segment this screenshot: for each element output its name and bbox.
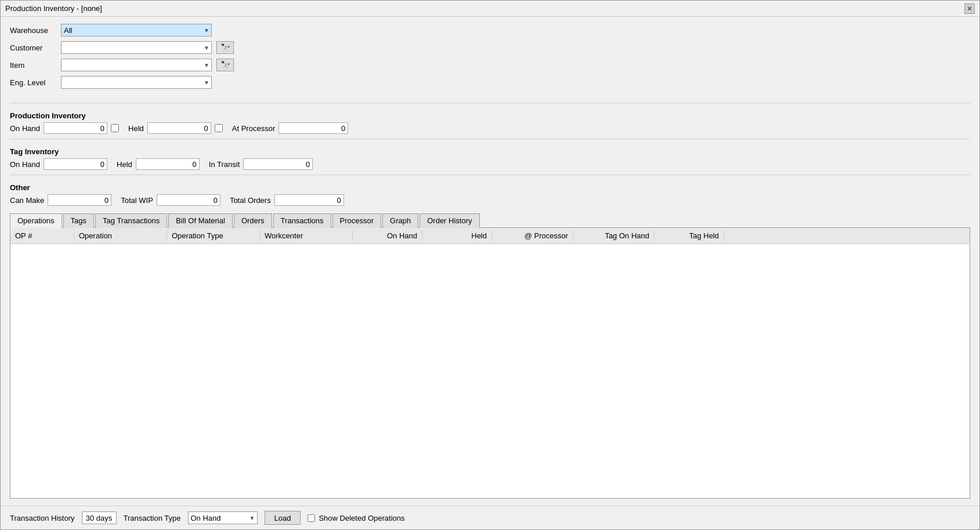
item-row: Item ▼ 🔭 <box>10 59 970 71</box>
prod-on-hand-input[interactable]: 0 <box>44 122 107 134</box>
tabs-area: Operations Tags Tag Transactions Bill Of… <box>10 213 970 499</box>
main-window: Production Inventory - [none] ✕ Warehous… <box>0 0 980 530</box>
tab-bill-of-material[interactable]: Bill Of Material <box>168 213 233 228</box>
table-body <box>10 244 970 406</box>
tag-held-field: Held 0 <box>117 158 200 170</box>
customer-select[interactable] <box>61 41 212 54</box>
tag-in-transit-input[interactable]: 0 <box>243 158 313 170</box>
tag-inventory-section: Tag Inventory On Hand 0 Held 0 In Transi… <box>10 143 970 170</box>
customer-label: Customer <box>10 43 56 52</box>
tab-transactions[interactable]: Transactions <box>273 213 331 228</box>
prod-on-hand-field: On Hand 0 <box>10 122 119 134</box>
show-deleted-label: Show Deleted Operations <box>319 514 404 522</box>
transaction-type-label: Transaction Type <box>124 514 181 522</box>
days-input[interactable]: 30 days <box>82 511 117 524</box>
eng-level-select-wrapper: ▼ <box>61 76 212 89</box>
tag-on-hand-input[interactable]: 0 <box>44 158 107 170</box>
col-header-held: Held <box>422 230 492 241</box>
divider-1 <box>10 103 970 103</box>
table-header: OP # Operation Operation Type Workcenter… <box>10 228 970 244</box>
tag-inventory-header: Tag Inventory <box>10 147 970 156</box>
tag-in-transit-label: In Transit <box>209 160 240 169</box>
item-select-wrapper: ▼ <box>61 59 212 71</box>
divider-3 <box>10 175 970 175</box>
col-header-tag-held: Tag Held <box>654 230 724 241</box>
tab-panel-operations: OP # Operation Operation Type Workcenter… <box>10 228 970 499</box>
item-select[interactable] <box>61 59 212 71</box>
divider-2 <box>10 139 970 139</box>
eng-level-select[interactable] <box>61 76 212 89</box>
production-inventory-header: Production Inventory <box>10 111 970 120</box>
can-make-label: Can Make <box>10 196 44 205</box>
item-search-button[interactable]: 🔭 <box>216 59 234 71</box>
bottom-bar: Transaction History 30 days Transaction … <box>1 506 979 529</box>
prod-at-processor-input[interactable]: 0 <box>279 122 348 134</box>
production-inventory-row: On Hand 0 Held 0 At Processor 0 <box>10 122 970 134</box>
tab-operations[interactable]: Operations <box>10 213 62 228</box>
warehouse-label: Warehouse <box>10 26 56 35</box>
tag-inventory-row: On Hand 0 Held 0 In Transit 0 <box>10 158 970 170</box>
prod-at-processor-label: At Processor <box>232 124 275 133</box>
customer-select-wrapper: ▼ <box>61 41 212 54</box>
form-section: Warehouse All ▼ Customer ▼ 🔭 <box>10 24 970 89</box>
tag-on-hand-field: On Hand 0 <box>10 158 107 170</box>
can-make-field: Can Make 0 <box>10 194 111 206</box>
tag-held-input[interactable]: 0 <box>136 158 200 170</box>
total-orders-label: Total Orders <box>230 196 271 205</box>
tab-tags[interactable]: Tags <box>63 213 94 228</box>
title-bar: Production Inventory - [none] ✕ <box>1 1 979 17</box>
transaction-type-select[interactable]: On Hand <box>188 511 258 524</box>
transaction-history-label: Transaction History <box>10 514 75 522</box>
production-inventory-section: Production Inventory On Hand 0 Held 0 At… <box>10 107 970 134</box>
prod-at-processor-field: At Processor 0 <box>232 122 348 134</box>
prod-held-label: Held <box>128 124 144 133</box>
load-button[interactable]: Load <box>265 511 301 525</box>
total-wip-field: Total WIP 0 <box>121 194 220 206</box>
tag-on-hand-label: On Hand <box>10 160 40 169</box>
total-orders-input[interactable]: 0 <box>274 194 344 206</box>
col-header-on-hand: On Hand <box>353 230 422 241</box>
other-header: Other <box>10 183 970 192</box>
tab-order-history[interactable]: Order History <box>420 213 479 228</box>
eng-level-label: Eng. Level <box>10 78 56 87</box>
col-header-op-num: OP # <box>10 230 74 241</box>
main-content: Warehouse All ▼ Customer ▼ 🔭 <box>1 17 979 506</box>
col-header-workcenter: Workcenter <box>260 230 353 241</box>
show-deleted-checkbox[interactable] <box>308 514 315 522</box>
prod-on-hand-checkbox[interactable] <box>111 124 119 132</box>
tab-graph[interactable]: Graph <box>382 213 418 228</box>
warehouse-select[interactable]: All <box>61 24 212 37</box>
can-make-input[interactable]: 0 <box>48 194 111 206</box>
warehouse-select-wrapper: All ▼ <box>61 24 212 37</box>
total-wip-label: Total WIP <box>121 196 153 205</box>
total-wip-input[interactable]: 0 <box>157 194 220 206</box>
other-section: Other Can Make 0 Total WIP 0 Total Order… <box>10 179 970 206</box>
prod-held-field: Held 0 <box>128 122 223 134</box>
col-header-tag-on-hand: Tag On Hand <box>573 230 654 241</box>
other-row: Can Make 0 Total WIP 0 Total Orders 0 <box>10 194 970 206</box>
warehouse-row: Warehouse All ▼ <box>10 24 970 37</box>
window-title: Production Inventory - [none] <box>5 4 102 13</box>
total-orders-field: Total Orders 0 <box>230 194 344 206</box>
prod-held-checkbox[interactable] <box>215 124 223 132</box>
tag-in-transit-field: In Transit 0 <box>209 158 313 170</box>
customer-search-button[interactable]: 🔭 <box>216 41 234 54</box>
prod-on-hand-label: On Hand <box>10 124 40 133</box>
tag-held-label: Held <box>117 160 132 169</box>
customer-row: Customer ▼ 🔭 <box>10 41 970 54</box>
close-button[interactable]: ✕ <box>964 3 975 14</box>
col-header-operation: Operation <box>74 230 167 241</box>
col-header-at-processor: @ Processor <box>492 230 573 241</box>
show-deleted-wrapper: Show Deleted Operations <box>308 514 404 522</box>
eng-level-row: Eng. Level ▼ <box>10 76 970 89</box>
prod-held-input[interactable]: 0 <box>147 122 211 134</box>
tab-orders[interactable]: Orders <box>234 213 272 228</box>
transaction-type-wrapper: On Hand ▼ <box>188 511 258 524</box>
col-header-operation-type: Operation Type <box>167 230 260 241</box>
item-label: Item <box>10 61 56 70</box>
tab-tag-transactions[interactable]: Tag Transactions <box>95 213 167 228</box>
tabs-bar: Operations Tags Tag Transactions Bill Of… <box>10 213 970 228</box>
tab-processor[interactable]: Processor <box>332 213 382 228</box>
title-bar-left: Production Inventory - [none] <box>5 4 102 13</box>
